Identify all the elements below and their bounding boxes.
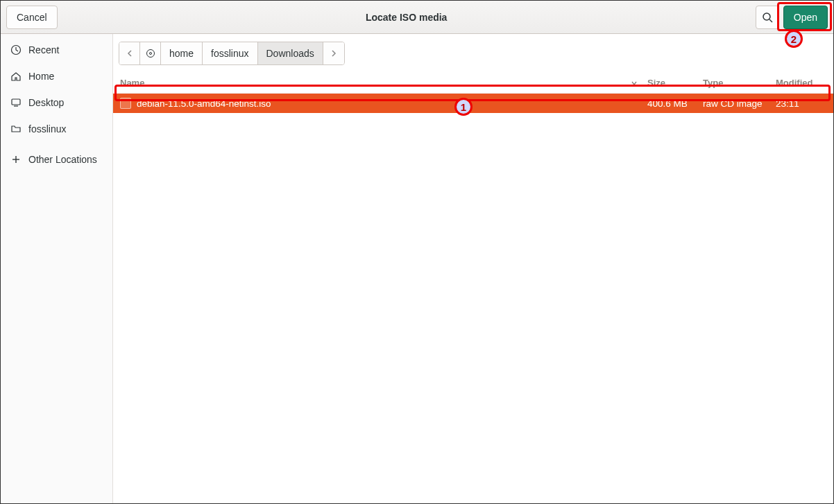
header-bar: Cancel Locate ISO media Open — [1, 1, 833, 34]
sidebar-item-label: Desktop — [28, 97, 64, 108]
main-panel: home fosslinux Downloads Name Size Type … — [113, 34, 833, 503]
search-button[interactable] — [756, 6, 779, 29]
svg-point-7 — [146, 50, 154, 58]
path-bar: home fosslinux Downloads — [113, 34, 833, 73]
svg-point-8 — [149, 53, 151, 55]
file-name: debian-11.5.0-amd64-netinst.iso — [137, 98, 271, 109]
sidebar-item-label: Recent — [28, 44, 59, 55]
list-header: Name Size Type Modified — [113, 73, 833, 94]
clock-icon — [10, 44, 22, 55]
column-type[interactable]: Type — [703, 78, 776, 88]
sidebar-item-recent[interactable]: Recent — [1, 37, 112, 63]
cancel-button[interactable]: Cancel — [6, 6, 58, 29]
disk-icon — [146, 49, 155, 58]
breadcrumb: home fosslinux Downloads — [119, 42, 345, 65]
file-row[interactable]: debian-11.5.0-amd64-netinst.iso 400.6 MB… — [113, 94, 833, 113]
open-button[interactable]: Open — [783, 6, 828, 29]
path-segment-downloads[interactable]: Downloads — [258, 42, 323, 64]
chevron-right-icon — [330, 50, 337, 57]
sort-desc-icon — [631, 80, 638, 87]
column-modified[interactable]: Modified — [776, 78, 828, 88]
sidebar-item-label: Home — [28, 71, 54, 82]
dialog-title: Locate ISO media — [58, 12, 756, 23]
file-type: raw CD image — [703, 98, 776, 109]
iso-file-icon — [120, 98, 131, 109]
sidebar-item-label: Other Locations — [28, 154, 97, 165]
file-modified: 23:11 — [776, 98, 828, 109]
column-size[interactable]: Size — [647, 78, 703, 88]
svg-rect-3 — [12, 99, 20, 105]
chevron-left-icon — [126, 50, 133, 57]
sidebar-item-home[interactable]: Home — [1, 63, 112, 89]
path-segment-fosslinux[interactable]: fosslinux — [203, 42, 257, 64]
desktop-icon — [10, 97, 22, 108]
sidebar-item-fosslinux[interactable]: fosslinux — [1, 116, 112, 142]
sidebar-item-label: fosslinux — [28, 123, 66, 134]
file-size: 400.6 MB — [647, 98, 703, 109]
column-name[interactable]: Name — [120, 78, 647, 88]
folder-icon — [10, 123, 22, 134]
svg-line-1 — [769, 19, 772, 22]
path-back-button[interactable] — [119, 42, 140, 64]
sidebar-item-desktop[interactable]: Desktop — [1, 89, 112, 116]
sidebar: Recent Home Desktop fosslinux Other Loca… — [1, 34, 113, 503]
path-forward-button[interactable] — [323, 42, 344, 64]
plus-icon — [10, 154, 22, 165]
search-icon — [762, 12, 773, 23]
home-icon — [10, 71, 22, 82]
content-area: Recent Home Desktop fosslinux Other Loca… — [1, 34, 833, 503]
svg-point-0 — [763, 13, 770, 20]
path-disk-button[interactable] — [140, 42, 161, 64]
sidebar-item-other-locations[interactable]: Other Locations — [1, 146, 112, 173]
path-segment-home[interactable]: home — [161, 42, 203, 64]
